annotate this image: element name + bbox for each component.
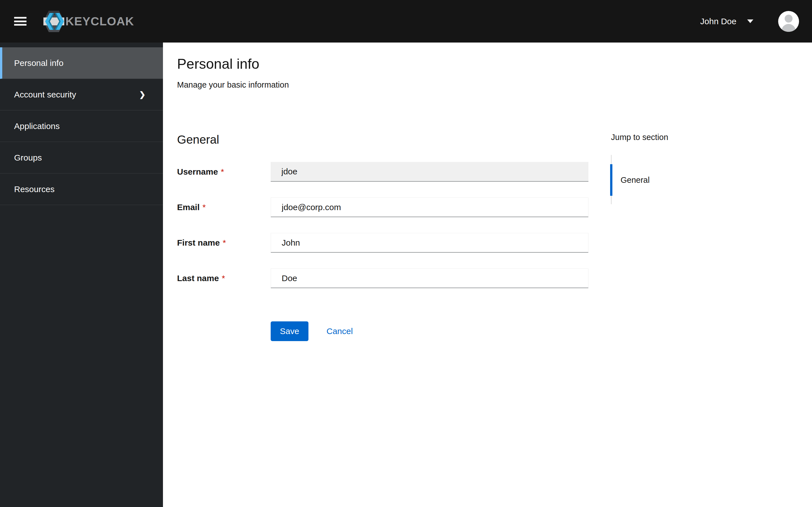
required-asterisk: * — [221, 274, 225, 283]
chevron-right-icon: ❯ — [139, 90, 146, 99]
masthead: KEYCLOAK John Doe — [0, 0, 812, 43]
section-heading: General — [177, 132, 589, 147]
user-menu[interactable]: John Doe — [700, 17, 753, 26]
email-label: Email* — [177, 203, 271, 212]
required-asterisk: * — [202, 203, 206, 212]
last-name-input[interactable] — [271, 269, 589, 288]
required-asterisk: * — [221, 167, 224, 176]
jump-link-general[interactable]: General — [610, 164, 786, 196]
general-section: General Username* Email* First name* Las… — [177, 132, 589, 341]
avatar — [778, 11, 799, 32]
username-label: Username* — [177, 167, 271, 177]
keycloak-logo[interactable]: KEYCLOAK — [43, 10, 134, 33]
hamburger-menu-icon[interactable] — [14, 17, 27, 25]
page-title: Personal info — [177, 55, 812, 73]
user-name: John Doe — [700, 17, 737, 26]
keycloak-logo-icon — [43, 10, 64, 33]
save-button[interactable]: Save — [271, 321, 308, 341]
sidebar-item-personal-info[interactable]: Personal info — [0, 47, 163, 79]
brand-name: KEYCLOAK — [65, 15, 134, 28]
sidebar-item-label: Personal info — [14, 58, 63, 68]
personal-info-form: Username* Email* First name* Last name* — [177, 162, 589, 288]
email-input[interactable] — [271, 198, 589, 217]
last-name-label: Last name* — [177, 274, 271, 283]
sidebar-item-label: Resources — [14, 184, 54, 194]
username-input — [271, 162, 589, 182]
jump-nav-heading: Jump to section — [611, 132, 786, 143]
sidebar-nav: Personal info Account security ❯ Applica… — [0, 43, 163, 507]
first-name-input[interactable] — [271, 233, 589, 252]
sidebar-item-applications[interactable]: Applications — [0, 110, 163, 142]
cancel-button[interactable]: Cancel — [326, 327, 353, 336]
caret-down-icon — [747, 19, 753, 23]
sidebar-item-label: Applications — [14, 121, 60, 131]
required-asterisk: * — [223, 238, 226, 247]
sidebar-item-groups[interactable]: Groups — [0, 142, 163, 173]
sidebar-item-account-security[interactable]: Account security ❯ — [0, 79, 163, 110]
sidebar-item-resources[interactable]: Resources — [0, 173, 163, 205]
main-content: Personal info Manage your basic informat… — [163, 43, 812, 507]
jump-to-section-nav: Jump to section General — [611, 132, 786, 204]
sidebar-item-label: Account security — [14, 90, 76, 100]
sidebar-item-label: Groups — [14, 153, 42, 163]
first-name-label: First name* — [177, 238, 271, 247]
page-subtitle: Manage your basic information — [177, 79, 812, 90]
